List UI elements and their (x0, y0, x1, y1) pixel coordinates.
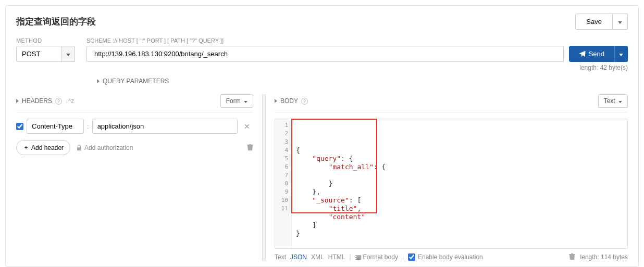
plus-icon: ＋ (23, 143, 29, 152)
line-number-gutter: 1234567891011 (275, 119, 292, 248)
request-panel: 指定查询返回的字段 Save METHOD SCHEME :// HOST [ … (5, 5, 639, 267)
lock-icon (77, 145, 82, 150)
add-authorization-button[interactable]: Add authorization (77, 144, 133, 151)
body-help-icon[interactable]: ? (301, 98, 308, 105)
add-header-button[interactable]: ＋ Add header (16, 140, 70, 155)
chevron-down-icon (619, 54, 623, 56)
format-tab-text[interactable]: Text (275, 253, 286, 261)
send-dropdown-button[interactable] (614, 46, 628, 62)
headers-title: HEADERS (22, 97, 52, 105)
format-tab-html[interactable]: HTML (328, 253, 345, 261)
query-parameters-label: QUERY PARAMETERS (103, 78, 169, 85)
body-title: BODY (280, 97, 298, 105)
method-dropdown-button[interactable] (62, 46, 75, 62)
body-mode-button[interactable]: Text (598, 94, 628, 108)
body-footer: Text JSON XML HTML | Format body | Enabl… (275, 253, 628, 261)
body-editor[interactable]: 1234567891011 { "query": { "match_all": … (275, 119, 628, 249)
body-pane: BODY ? Text 1234567891011 { "query": { "… (269, 94, 628, 261)
header-name-input[interactable] (27, 119, 84, 134)
enable-body-eval-checkbox[interactable] (408, 253, 415, 261)
enable-body-eval-group: Enable body evaluation (408, 253, 483, 261)
body-title-group: BODY ? (275, 97, 308, 105)
trash-icon (569, 253, 575, 260)
header-enabled-checkbox[interactable] (16, 123, 23, 130)
header-colon: : (87, 122, 89, 130)
query-parameters-toggle[interactable]: QUERY PARAMETERS (97, 78, 628, 85)
send-button[interactable]: Send (569, 46, 614, 62)
url-length-text: length: 42 byte(s) (16, 64, 628, 71)
scheme-label: SCHEME :// HOST [ ":" PORT ] [ PATH [ "?… (86, 37, 628, 44)
format-icon (355, 255, 361, 260)
chevron-down-icon (618, 21, 622, 24)
divider: | (402, 253, 404, 261)
format-body-button[interactable]: Format body (355, 253, 398, 261)
caret-right-icon (16, 99, 19, 103)
inputs-row: Send (16, 46, 628, 62)
headers-collapse-toggle[interactable] (16, 97, 19, 105)
body-collapse-toggle[interactable] (275, 97, 277, 105)
paper-plane-icon (579, 50, 586, 57)
send-button-group: Send (569, 46, 628, 62)
caret-right-icon (97, 79, 100, 83)
save-button[interactable]: Save (575, 14, 613, 30)
top-row: 指定查询返回的字段 Save (16, 14, 628, 30)
page-title: 指定查询返回的字段 (16, 16, 96, 28)
caret-down-icon (244, 101, 247, 103)
clear-headers-button[interactable] (247, 144, 253, 152)
body-footer-left: Text JSON XML HTML | Format body | Enabl… (275, 253, 483, 261)
header-value-input[interactable] (92, 119, 238, 134)
enable-body-eval-label: Enable body evaluation (418, 253, 483, 261)
caret-right-icon (275, 99, 277, 103)
url-input[interactable] (86, 46, 564, 62)
headers-title-group: HEADERS ? ↓ᴬᴢ (16, 97, 74, 105)
header-row: : ✕ (16, 119, 253, 134)
format-tab-json[interactable]: JSON (290, 253, 307, 261)
body-footer-right: length: 114 bytes (569, 253, 628, 261)
headers-header: HEADERS ? ↓ᴬᴢ Form (16, 94, 253, 112)
trash-icon (247, 144, 253, 150)
clear-body-button[interactable] (569, 253, 575, 261)
method-input[interactable] (16, 46, 62, 62)
method-select (16, 46, 76, 62)
caret-down-icon (618, 101, 622, 103)
headers-mode-button[interactable]: Form (220, 94, 253, 108)
pane-splitter[interactable] (262, 94, 266, 261)
divider: | (349, 253, 351, 261)
save-button-group: Save (575, 14, 628, 30)
body-length-text: length: 114 bytes (580, 253, 628, 261)
save-dropdown-button[interactable] (613, 14, 628, 30)
header-remove-button[interactable]: ✕ (241, 122, 253, 131)
send-button-label: Send (589, 50, 604, 58)
headers-actions-row: ＋ Add header Add authorization (16, 140, 253, 155)
format-tab-xml[interactable]: XML (311, 253, 324, 261)
code-area[interactable]: { "query": { "match_all": { } }, "_sourc… (292, 119, 627, 248)
headers-help-icon[interactable]: ? (55, 98, 62, 105)
input-labels-row: METHOD SCHEME :// HOST [ ":" PORT ] [ PA… (16, 37, 628, 44)
body-header: BODY ? Text (275, 94, 628, 112)
headers-pane: HEADERS ? ↓ᴬᴢ Form : ✕ ＋ (16, 94, 258, 261)
method-label: METHOD (16, 37, 86, 44)
headers-sort-icon[interactable]: ↓ᴬᴢ (65, 97, 74, 105)
caret-down-icon (66, 54, 70, 56)
split-panes: HEADERS ? ↓ᴬᴢ Form : ✕ ＋ (16, 94, 628, 261)
